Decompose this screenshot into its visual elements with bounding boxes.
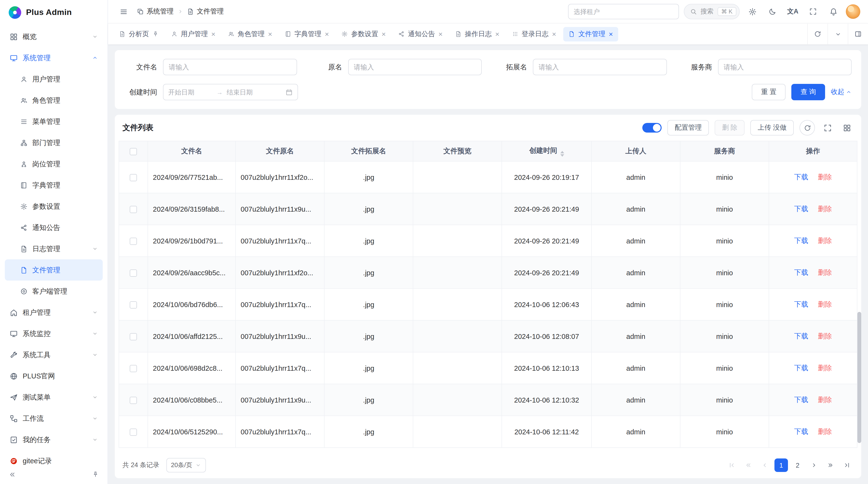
row-checkbox[interactable]: [130, 397, 137, 404]
global-search[interactable]: 搜索 ⌘ K: [684, 4, 740, 19]
row-checkbox[interactable]: [130, 174, 137, 181]
breadcrumb-item-files[interactable]: 文件管理: [187, 7, 224, 16]
tabs-menu-button[interactable]: [828, 24, 848, 44]
reset-button[interactable]: 重 置: [752, 84, 785, 100]
search-button[interactable]: 查 询: [791, 84, 825, 100]
tenant-select-input[interactable]: [568, 4, 679, 19]
dark-mode-button[interactable]: [765, 4, 780, 19]
tab-close-icon[interactable]: ×: [609, 30, 613, 38]
sidebar-item-role-mgmt[interactable]: 角色管理: [5, 90, 103, 111]
tab-close-icon[interactable]: ×: [382, 30, 386, 38]
download-link[interactable]: 下载: [794, 300, 808, 308]
tab-dict-mgmt[interactable]: 字典管理 ×: [279, 27, 334, 41]
tab-close-icon[interactable]: ×: [211, 30, 216, 38]
date-range-picker[interactable]: →: [163, 84, 298, 100]
language-button[interactable]: 文A: [785, 4, 801, 19]
sidebar-item-test-menu[interactable]: 测试菜单: [5, 387, 103, 408]
sidebar-item-notice[interactable]: 通知公告: [5, 217, 103, 238]
pagination-last-button[interactable]: [840, 458, 854, 472]
download-link[interactable]: 下载: [794, 173, 808, 181]
tab-close-icon[interactable]: ×: [438, 30, 443, 38]
tabs-layout-button[interactable]: [848, 24, 868, 44]
delete-link[interactable]: 删除: [818, 173, 832, 181]
download-link[interactable]: 下载: [794, 364, 808, 372]
delete-link[interactable]: 删除: [818, 268, 832, 276]
breadcrumb-item-system[interactable]: 系统管理: [137, 7, 174, 16]
tab-op-log[interactable]: 操作日志 ×: [450, 27, 505, 41]
delete-link[interactable]: 删除: [818, 300, 832, 308]
delete-link[interactable]: 删除: [818, 428, 832, 435]
tab-analysis[interactable]: 分析页: [114, 27, 164, 41]
end-date-input[interactable]: [227, 89, 271, 96]
menu-toggle-button[interactable]: [116, 4, 131, 19]
file-name-input[interactable]: [163, 59, 297, 75]
sidebar-item-system-management[interactable]: 系统管理: [5, 47, 103, 68]
sidebar-item-param-settings[interactable]: 参数设置: [5, 196, 103, 217]
delete-link[interactable]: 删除: [818, 205, 832, 213]
pagination-next-button[interactable]: [807, 458, 821, 472]
page-size-select[interactable]: 20条/页: [166, 458, 206, 473]
original-name-input[interactable]: [348, 59, 482, 75]
sidebar-pin-button[interactable]: [89, 468, 102, 481]
provider-input[interactable]: [718, 59, 851, 75]
sort-icon[interactable]: [560, 151, 564, 156]
tab-notice[interactable]: 通知公告 ×: [393, 27, 448, 41]
delete-link[interactable]: 删除: [818, 332, 832, 340]
tab-role-mgmt[interactable]: 角色管理 ×: [223, 27, 278, 41]
tab-login-log[interactable]: 登录日志 ×: [506, 27, 562, 41]
tab-user-mgmt[interactable]: 用户管理 ×: [166, 27, 221, 41]
pagination-jump-prev-button[interactable]: [742, 458, 755, 472]
pagination-page-1[interactable]: 1: [774, 458, 788, 472]
tabs-refresh-button[interactable]: [807, 24, 828, 44]
sidebar-item-post-mgmt[interactable]: 岗位管理: [5, 153, 103, 174]
row-checkbox[interactable]: [130, 333, 137, 340]
download-link[interactable]: 下载: [794, 396, 808, 404]
sidebar-collapse-button[interactable]: [6, 468, 18, 481]
sidebar-item-dict-mgmt[interactable]: 字典管理: [5, 174, 103, 196]
notifications-button[interactable]: [826, 4, 841, 19]
sidebar-item-my-tasks[interactable]: 我的任务: [5, 429, 103, 450]
sidebar-item-dept-mgmt[interactable]: 部门管理: [5, 132, 103, 153]
select-all-checkbox[interactable]: [130, 148, 137, 155]
pagination-jump-next-button[interactable]: [824, 458, 837, 472]
sidebar-item-overview[interactable]: 概览: [5, 26, 103, 47]
tab-close-icon[interactable]: ×: [495, 30, 500, 38]
pagination-page-2[interactable]: 2: [791, 458, 804, 472]
fullscreen-button[interactable]: [805, 4, 821, 19]
avatar[interactable]: [846, 4, 860, 19]
start-date-input[interactable]: [168, 89, 213, 96]
delete-link[interactable]: 删除: [818, 396, 832, 404]
tab-close-icon[interactable]: ×: [268, 30, 273, 38]
row-checkbox[interactable]: [130, 238, 137, 245]
sidebar-item-menu-mgmt[interactable]: 菜单管理: [5, 111, 103, 132]
col-created[interactable]: 创建时间: [502, 141, 591, 161]
download-link[interactable]: 下载: [794, 428, 808, 435]
tab-file-mgmt[interactable]: 文件管理 ×: [563, 27, 618, 41]
collapse-filters-link[interactable]: 收起: [831, 88, 851, 96]
download-link[interactable]: 下载: [794, 332, 808, 340]
sidebar-item-plus-site[interactable]: PLUS官网: [5, 365, 103, 387]
table-toggle[interactable]: [642, 123, 661, 133]
bulk-delete-button[interactable]: 删 除: [715, 120, 745, 135]
row-checkbox[interactable]: [130, 365, 137, 372]
upload-button[interactable]: 上传 没做: [750, 120, 794, 135]
download-link[interactable]: 下载: [794, 205, 808, 213]
table-refresh-button[interactable]: [800, 120, 815, 135]
config-management-button[interactable]: 配置管理: [668, 120, 709, 135]
delete-link[interactable]: 删除: [818, 364, 832, 372]
row-checkbox[interactable]: [130, 269, 137, 277]
delete-link[interactable]: 删除: [818, 237, 832, 245]
vertical-scrollbar[interactable]: [858, 312, 861, 443]
pagination-prev-button[interactable]: [758, 458, 772, 472]
table-fullscreen-button[interactable]: [821, 121, 834, 134]
app-logo[interactable]: Plus Admin: [0, 0, 107, 25]
sidebar-item-tenant-mgmt[interactable]: 租户管理: [5, 302, 103, 323]
row-checkbox[interactable]: [130, 428, 137, 436]
sidebar-item-system-monitor[interactable]: 系统监控: [5, 323, 103, 344]
sidebar-item-user-mgmt[interactable]: 用户管理: [5, 68, 103, 90]
sidebar-item-log-mgmt[interactable]: 日志管理: [5, 238, 103, 259]
extension-input[interactable]: [533, 59, 667, 75]
table-columns-button[interactable]: [840, 121, 854, 134]
download-link[interactable]: 下载: [794, 237, 808, 245]
sidebar-item-client-mgmt[interactable]: 客户端管理: [5, 281, 103, 302]
